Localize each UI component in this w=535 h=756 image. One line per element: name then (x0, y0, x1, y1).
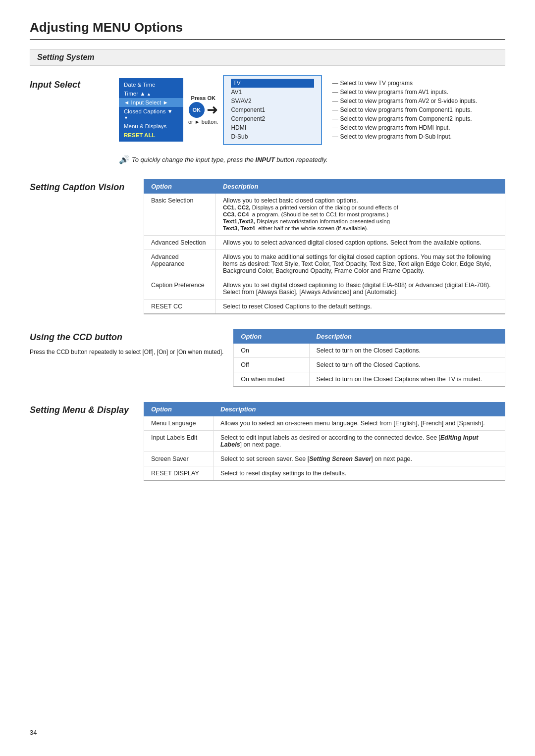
option-screen-saver: Screen Saver (144, 452, 214, 466)
desc-tv: —Select to view TV programs (332, 80, 477, 87)
input-item-dsub: D-Sub (231, 132, 314, 141)
input-item-av1: AV1 (231, 88, 314, 97)
caption-vision-table: Option Description Basic Selection Allow… (144, 179, 505, 314)
setting-caption-vision-section: Setting Caption Vision Option Descriptio… (30, 179, 505, 314)
input-select-section: Input Select Date & Time Timer ▲ ◄ Input… (30, 75, 505, 164)
desc-av1: —Select to view programs from AV1 inputs… (332, 89, 477, 96)
option-menu-language: Menu Language (144, 416, 214, 431)
table-row: On Select to turn on the Closed Captions… (234, 344, 505, 358)
table-row: Input Labels Edit Select to edit input l… (144, 431, 505, 452)
desc-hdmi: —Select to view programs from HDMI input… (332, 124, 477, 131)
input-note: 🔊 To quickly change the input type, pres… (119, 155, 505, 164)
desc-svav2: —Select to view programs from AV2 or S-v… (332, 98, 477, 104)
desc-screen-saver: Select to set screen saver. See [Setting… (214, 452, 505, 466)
desc-input-labels-edit: Select to edit input labels as desired o… (214, 431, 505, 452)
menu-item-menudisplays: Menu & Displays (119, 122, 183, 131)
table-row: Off Select to turn off the Closed Captio… (234, 358, 505, 372)
menu-display-table: Option Description Menu Language Allows … (144, 402, 505, 481)
input-item-svav2: SV/AV2 (231, 97, 314, 105)
speaker-icon: 🔊 (119, 155, 129, 164)
menu-item-timer: Timer ▲ (119, 89, 183, 98)
desc-basic-selection: Allows you to select basic closed captio… (215, 194, 505, 236)
table-row: Basic Selection Allows you to select bas… (144, 194, 505, 236)
input-item-component2: Component2 (231, 114, 314, 123)
ccd-table: Option Description On Select to turn on … (233, 329, 505, 387)
desc-caption-preference: Allows you to set digital closed caption… (215, 278, 505, 300)
ok-button-icon: OK (189, 102, 205, 118)
option-basic-selection: Basic Selection (144, 194, 216, 236)
input-item-tv: TV (231, 79, 314, 88)
menu-display-option-header: Option (144, 403, 214, 416)
table-row: RESET DISPLAY Select to reset display se… (144, 466, 505, 481)
setting-menu-display-section: Setting Menu & Display Option Descriptio… (30, 402, 505, 481)
input-item-hdmi: HDMI (231, 123, 314, 132)
table-row: Caption Preference Allows you to set dig… (144, 278, 505, 300)
desc-advanced-appearance: Allows you to make additional settings f… (215, 250, 505, 278)
option-reset-cc: RESET CC (144, 300, 216, 314)
table-row: Advanced Appearance Allows you to make a… (144, 250, 505, 278)
setting-menu-display-label: Setting Menu & Display (30, 402, 134, 481)
ccd-button-section: Using the CCD button Press the CCD butto… (30, 329, 505, 387)
desc-component2: —Select to view programs from Component2… (332, 115, 477, 122)
ccd-button-label: Using the CCD button Press the CCD butto… (30, 329, 223, 387)
desc-reset-display: Select to reset display settings to the … (214, 466, 505, 481)
input-item-component1: Component1 (231, 105, 314, 114)
setting-system-header: Setting System (30, 49, 505, 66)
ccd-desc-header: Description (309, 330, 505, 344)
input-descriptions: —Select to view TV programs —Select to v… (332, 80, 477, 140)
ok-arrow-block: Press OK OK ➜ or ► button. (188, 95, 218, 125)
option-caption-preference: Caption Preference (144, 278, 216, 300)
menu-item-inputselect: ◄ Input Select ► (119, 98, 183, 107)
menu-item-datetime: Date & Time (119, 80, 183, 89)
page-title: Adjusting MENU Options (30, 20, 505, 40)
desc-dsub: —Select to view programs from D-Sub inpu… (332, 133, 477, 140)
option-input-labels-edit: Input Labels Edit (144, 431, 214, 452)
right-arrow-icon: ➜ (207, 103, 218, 117)
table-row: Menu Language Allows you to select an on… (144, 416, 505, 431)
table-row: On when muted Select to turn on the Clos… (234, 372, 505, 387)
desc-reset-cc: Select to reset Closed Captions to the d… (215, 300, 505, 314)
desc-advanced-selection: Allows you to select advanced digital cl… (215, 236, 505, 250)
option-on: On (234, 344, 309, 358)
menu-item-closedcaptions: Closed Captions ▼ (119, 107, 183, 122)
input-list-box: TV AV1 SV/AV2 Component1 Component2 HDMI… (223, 75, 322, 145)
menu-diagram: Date & Time Timer ▲ ◄ Input Select ► Clo… (119, 75, 477, 145)
desc-menu-language: Allows you to select an on-screen menu l… (214, 416, 505, 431)
option-advanced-selection: Advanced Selection (144, 236, 216, 250)
table-row: RESET CC Select to reset Closed Captions… (144, 300, 505, 314)
menu-box: Date & Time Timer ▲ ◄ Input Select ► Clo… (119, 78, 183, 142)
caption-vision-option-header: Option (144, 180, 216, 194)
page-number: 34 (30, 729, 37, 736)
option-on-when-muted: On when muted (234, 372, 309, 387)
input-select-label: Input Select (30, 75, 119, 90)
ccd-option-header: Option (234, 330, 309, 344)
table-row: Advanced Selection Allows you to select … (144, 236, 505, 250)
caption-vision-desc-header: Description (215, 180, 505, 194)
menu-display-desc-header: Description (214, 403, 505, 416)
option-reset-display: RESET DISPLAY (144, 466, 214, 481)
option-advanced-appearance: Advanced Appearance (144, 250, 216, 278)
option-off: Off (234, 358, 309, 372)
setting-caption-vision-label: Setting Caption Vision (30, 179, 134, 314)
desc-component1: —Select to view programs from Component1… (332, 106, 477, 113)
menu-item-resetall: RESET ALL (119, 131, 183, 140)
desc-on: Select to turn on the Closed Captions. (309, 344, 505, 358)
desc-on-when-muted: Select to turn on the Closed Captions wh… (309, 372, 505, 387)
desc-off: Select to turn off the Closed Captions. (309, 358, 505, 372)
table-row: Screen Saver Select to set screen saver.… (144, 452, 505, 466)
ccd-button-sublabel: Press the CCD button repeatedly to selec… (30, 348, 223, 356)
